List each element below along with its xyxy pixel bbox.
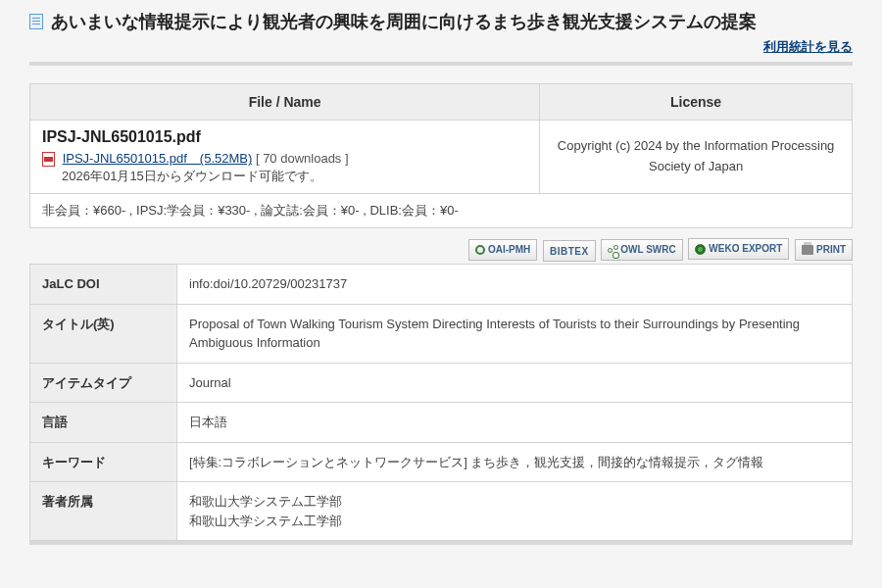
metadata-label: キーワード <box>30 442 177 482</box>
file-table: File / Name License IPSJ-JNL6501015.pdf … <box>29 83 853 228</box>
metadata-row: 言語日本語 <box>30 403 853 443</box>
metadata-row: JaLC DOIinfo:doi/10.20729/00231737 <box>30 265 853 305</box>
oai-icon <box>475 245 485 255</box>
metadata-label: 著者所属 <box>30 482 177 541</box>
owl-label: OWL SWRC <box>620 244 675 255</box>
download-availability-note: 2026年01月15日からダウンロード可能です。 <box>42 168 527 185</box>
metadata-row: タイトル(英)Proposal of Town Walking Tourism … <box>30 304 853 363</box>
file-download-link[interactable]: IPSJ-JNL6501015.pdf (5.52MB) <box>63 151 253 166</box>
metadata-value: [特集:コラボレーションとネットワークサービス] まち歩き，観光支援，間接的な情… <box>177 442 853 482</box>
printer-icon <box>802 245 813 255</box>
metadata-value: 和歌山大学システム工学部 和歌山大学システム工学部 <box>177 482 853 541</box>
export-toolbar: OAI-PMH BIBTEX OWL SWRC WEKO EXPORT PRIN… <box>29 238 853 262</box>
weko-export-button[interactable]: WEKO EXPORT <box>688 238 789 260</box>
bottom-divider <box>29 541 853 545</box>
weko-label: WEKO EXPORT <box>709 244 782 254</box>
owl-icon <box>608 245 617 255</box>
metadata-label: 言語 <box>30 403 177 443</box>
metadata-value: Journal <box>177 363 853 403</box>
document-icon <box>29 14 43 29</box>
license-header: License <box>540 84 853 121</box>
price-info: 非会員：¥660- , IPSJ:学会員：¥330- , 論文誌:会員：¥0- … <box>30 194 853 228</box>
bibtex-button[interactable]: BIBTEX <box>543 240 596 262</box>
metadata-table: JaLC DOIinfo:doi/10.20729/00231737タイトル(英… <box>29 264 853 541</box>
oai-pmh-button[interactable]: OAI-PMH <box>468 239 537 261</box>
globe-icon <box>695 244 706 255</box>
license-text: Copyright (c) 2024 by the Information Pr… <box>540 121 853 194</box>
metadata-value: 日本語 <box>177 403 853 443</box>
pdf-icon <box>42 152 55 167</box>
oai-label: OAI-PMH <box>488 244 530 255</box>
metadata-value: info:doi/10.20729/00231737 <box>177 265 853 305</box>
usage-stats-link[interactable]: 利用統計を見る <box>763 39 853 54</box>
bibtex-label: BIBTEX <box>550 246 589 257</box>
metadata-row: アイテムタイプJournal <box>30 363 853 403</box>
metadata-row: キーワード[特集:コラボレーションとネットワークサービス] まち歩き，観光支援，… <box>30 442 853 482</box>
print-label: PRINT <box>816 244 846 255</box>
file-header: File / Name <box>30 84 540 121</box>
metadata-label: アイテムタイプ <box>30 363 177 403</box>
divider <box>29 62 853 66</box>
print-button[interactable]: PRINT <box>795 239 853 261</box>
download-count: [ 70 downloads ] <box>256 151 349 166</box>
metadata-label: JaLC DOI <box>30 265 177 305</box>
file-name: IPSJ-JNL6501015.pdf <box>42 128 527 146</box>
metadata-label: タイトル(英) <box>30 304 177 363</box>
metadata-value: Proposal of Town Walking Tourism System … <box>177 304 853 363</box>
metadata-row: 著者所属和歌山大学システム工学部 和歌山大学システム工学部 <box>30 482 853 541</box>
owl-swrc-button[interactable]: OWL SWRC <box>601 239 682 261</box>
page-title: あいまいな情報提示により観光者の興味を周囲に向けるまち歩き観光支援システムの提案 <box>51 10 757 34</box>
